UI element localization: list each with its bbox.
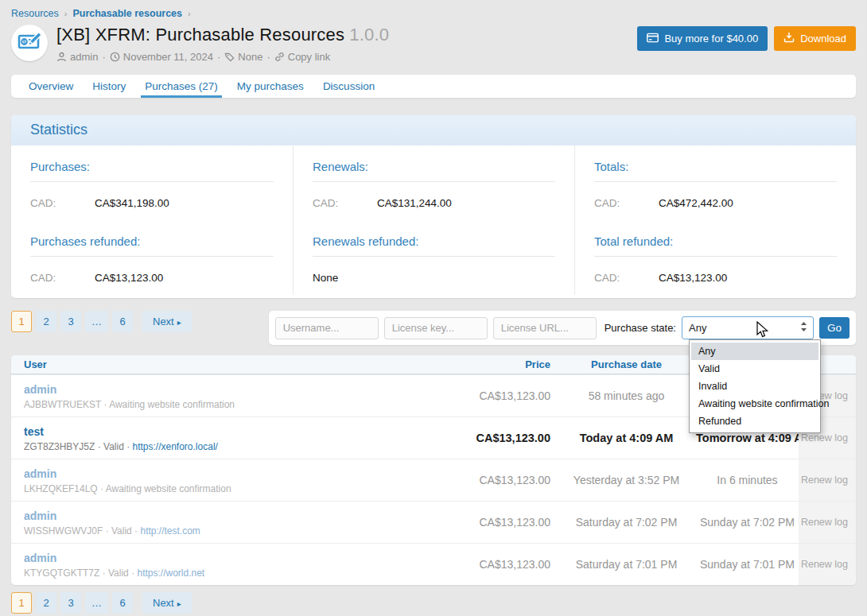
resource-version: 1.0.0 [349,25,389,45]
price-cell: CA$13,123.00 [461,474,557,486]
resource-avatar: $ [11,25,48,61]
expiry-date-cell: Sunday at 7:02 PM [696,516,799,529]
stat-renewals: Renewals: CAD: CA$131,244.00 [293,145,574,220]
license-details: LKHZQKEF14LQ · Awaiting website confirma… [24,483,461,495]
tab-purchases[interactable]: Purchases (27) [135,75,227,98]
tab-my-purchases[interactable]: My purchases [227,75,313,98]
purchase-state-label: Purchase state: [605,322,676,334]
price-cell: CA$13,123.00 [461,558,557,571]
purchase-date-cell: Saturday at 7:02 PM [557,516,696,529]
license-url-input[interactable] [493,317,597,339]
page-6-button[interactable]: 6 [112,592,133,614]
stat-value: CA$341,198.00 [95,197,169,209]
resource-meta: admin · November 11, 2024 · None · [56,51,389,63]
purchase-state-dropdown: Any Valid Invalid Awaiting website confi… [689,339,821,433]
price-cell: CA$13,123.00 [461,432,557,444]
stat-purchases-refunded: Purchases refunded: CAD: CA$13,123.00 [11,220,293,295]
purchase-date-column-header: Purchase date [557,358,696,370]
currency-label: CAD: [30,272,95,284]
page-ellipsis-button[interactable]: … [85,592,108,614]
tab-overview[interactable]: Overview [19,75,83,98]
next-page-button[interactable]: Next▸ [142,592,192,614]
dropdown-option-refunded[interactable]: Refunded [690,413,820,430]
stat-value: CA$131,244.00 [377,197,452,209]
breadcrumb: Resources › Purchasable resources › [11,0,856,19]
license-details: WISSHWGWVJ0F · Valid · http://test.com [24,525,461,537]
meta-separator: · [217,51,220,63]
next-page-button[interactable]: Next▸ [142,311,192,332]
expiry-date-cell: Sunday at 7:01 PM [696,558,799,571]
page-3-button[interactable]: 3 [60,592,81,614]
page-1-button[interactable]: 1 [11,311,32,332]
table-row: admin KTYGQTGKTT7Z · Valid · https://wor… [11,543,856,585]
download-icon [783,32,795,45]
link-icon [274,52,285,62]
dropdown-option-awaiting[interactable]: Awaiting website confirmation [690,395,820,413]
stat-purchases: Purchases: CAD: CA$341,198.00 [11,145,293,220]
breadcrumb-resources[interactable]: Resources [11,8,59,19]
renew-log-link[interactable]: Renew log [801,559,848,570]
go-button[interactable]: Go [819,317,850,339]
currency-label: CAD: [313,197,377,209]
stat-renewals-refunded: Renewals refunded: None [293,220,574,295]
page-2-button[interactable]: 2 [36,311,56,332]
page-title: [XB] XFRM: Purchasable Resources1.0.0 [56,25,389,45]
purchase-date-cell: Today at 4:09 AM [557,432,696,444]
copy-link[interactable]: Copy link [274,51,330,63]
page-3-button[interactable]: 3 [60,311,81,332]
purchase-user-link[interactable]: test [24,425,44,438]
renew-log-link[interactable]: Renew log [801,517,848,528]
user-icon [56,52,67,62]
tab-history[interactable]: History [83,75,135,98]
license-details: ZGT8Z3HBYJ5Z · Valid · https://xenforo.l… [24,441,461,453]
statistics-title: Statistics [11,115,856,145]
top-pagination: 1 2 3 … 6 Next▸ [11,311,192,332]
download-button[interactable]: Download [774,26,856,51]
username-input[interactable] [275,317,379,339]
purchase-date-cell: 58 minutes ago [557,389,696,402]
renew-log-link[interactable]: Renew log [801,475,848,486]
purchase-user-link[interactable]: admin [24,383,56,396]
purchase-date-cell: Saturday at 7:01 PM [557,558,696,571]
tags-meta: None [224,51,262,63]
page-2-button[interactable]: 2 [36,592,56,614]
stat-value: None [313,272,338,284]
dropdown-option-valid[interactable]: Valid [690,360,820,378]
table-row: admin WISSHWGWVJ0F · Valid · http://test… [11,501,856,543]
license-details: KTYGQTGKTT7Z · Valid · https://world.net [24,568,461,579]
currency-label: CAD: [594,197,659,209]
license-url-link[interactable]: https://world.net [137,568,204,579]
purchase-user-link[interactable]: admin [24,467,56,480]
purchase-user-link[interactable]: admin [24,509,56,522]
page-ellipsis-button[interactable]: … [85,311,108,332]
page-1-button[interactable]: 1 [11,592,32,614]
next-arrow-icon: ▸ [177,318,181,327]
renew-log-link[interactable]: Renew log [801,432,848,444]
license-url-link[interactable]: http://test.com [140,525,200,537]
expiry-date-cell: In 6 minutes [696,474,799,486]
dropdown-option-any[interactable]: Any [691,343,818,360]
stat-value: CA$13,123.00 [659,272,727,284]
author-meta: admin [56,51,98,63]
resource-header: $ [XB] XFRM: Purchasable Resources1.0.0 [11,25,856,63]
buy-more-button[interactable]: Buy more for $40.00 [637,26,768,51]
breadcrumb-purchasable-resources[interactable]: Purchasable resources [72,8,182,19]
page-6-button[interactable]: 6 [112,311,133,332]
expiry-date-cell: Tomorrow at 4:09 AM [696,432,799,444]
breadcrumb-separator: › [188,9,191,18]
purchase-user-link[interactable]: admin [24,552,56,564]
breadcrumb-separator: › [64,9,68,18]
table-row: admin LKHZQKEF14LQ · Awaiting website co… [11,459,856,501]
dropdown-option-invalid[interactable]: Invalid [690,378,820,395]
date-meta: November 11, 2024 [110,51,213,63]
license-details: AJBBWTRUEKST · Awaiting website confirma… [24,399,461,411]
bottom-pagination: 1 2 3 … 6 Next▸ [11,592,856,614]
tab-bar: Overview History Purchases (27) My purch… [11,75,856,98]
meta-separator: · [102,51,105,63]
statistics-card: Statistics Purchases: CAD: CA$341,198.00… [11,115,856,298]
license-url-link[interactable]: https://xenforo.local/ [132,441,217,452]
license-key-input[interactable] [384,317,488,339]
purchase-state-select[interactable]: Any [682,316,814,339]
tab-discussion[interactable]: Discussion [313,75,384,98]
price-cell: CA$13,123.00 [461,516,557,529]
